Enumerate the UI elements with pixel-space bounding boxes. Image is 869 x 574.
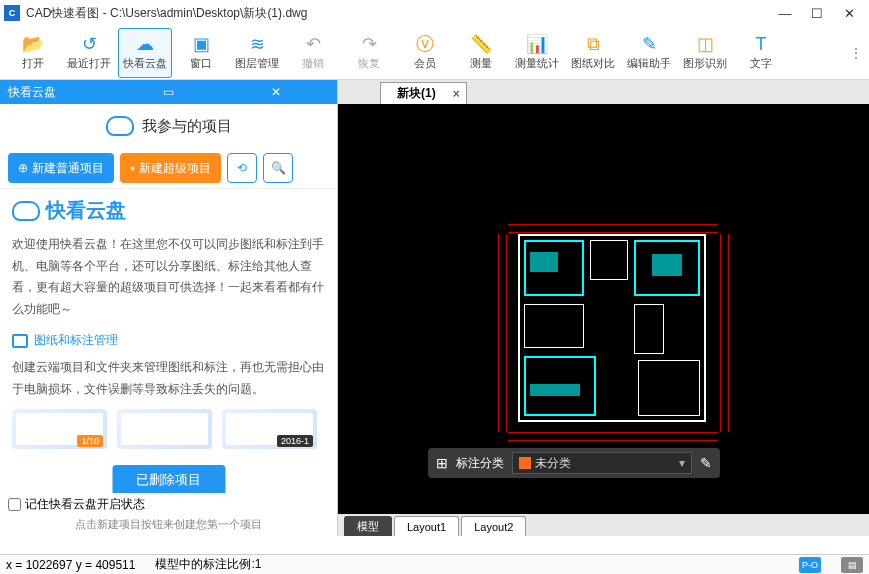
minimize-button[interactable]: — — [769, 2, 801, 24]
status-grid-button[interactable]: ▤ — [841, 557, 863, 573]
coords-label: x = 1022697 y = 409511 — [6, 558, 135, 572]
cloud-outline-icon — [106, 116, 134, 136]
recent-button[interactable]: ↺最近打开 — [62, 28, 116, 78]
dropdown-arrow-icon: ▾ — [679, 456, 685, 470]
thumbnail-3: 2016-1 — [222, 409, 317, 449]
tab-layout2[interactable]: Layout2 — [461, 516, 526, 536]
stats-icon: 📊 — [525, 34, 549, 54]
search-button[interactable]: 🔍 — [263, 153, 293, 183]
text-icon: T — [749, 34, 773, 54]
layers-icon: ≋ — [245, 34, 269, 54]
floor-plan — [518, 234, 708, 424]
maximize-button[interactable]: ☐ — [801, 2, 833, 24]
category-select[interactable]: 未分类 ▾ — [512, 452, 692, 474]
window-icon: ▣ — [189, 34, 213, 54]
hint-text: 点击新建项目按钮来创建您第一个项目 — [0, 515, 337, 536]
cloud-button[interactable]: ☁快看云盘 — [118, 28, 172, 78]
text-button[interactable]: T文字 — [734, 28, 788, 78]
measure-button[interactable]: 📏测量 — [454, 28, 508, 78]
layout-tabs: 模型 Layout1 Layout2 — [338, 514, 869, 536]
ruler-icon: 📏 — [469, 34, 493, 54]
remember-checkbox[interactable] — [8, 498, 21, 511]
tab-layout1[interactable]: Layout1 — [394, 516, 459, 536]
recognize-button[interactable]: ◫图形识别 — [678, 28, 732, 78]
panel-min-icon[interactable]: ▭ — [115, 85, 222, 99]
drawing-viewport[interactable]: ⊞ 标注分类 未分类 ▾ ✎ — [338, 104, 869, 514]
clock-icon: ↺ — [77, 34, 101, 54]
panel-header: 快看云盘 ▭ ✕ — [0, 80, 337, 104]
doc-icon — [12, 334, 28, 348]
undo-icon: ↶ — [301, 34, 325, 54]
vip-button[interactable]: ⓥ会员 — [398, 28, 452, 78]
grid-icon[interactable]: ⊞ — [436, 455, 448, 471]
section-title: 图纸和标注管理 — [34, 332, 118, 349]
editor-button[interactable]: ✎编辑助手 — [622, 28, 676, 78]
compare-button[interactable]: ⧉图纸对比 — [566, 28, 620, 78]
deleted-projects-button[interactable]: 已删除项目 — [112, 465, 225, 493]
stats-button[interactable]: 📊测量统计 — [510, 28, 564, 78]
tab-close-icon[interactable]: × — [453, 87, 460, 101]
folder-icon: 📂 — [21, 34, 45, 54]
redo-icon: ↷ — [357, 34, 381, 54]
annotation-bar: ⊞ 标注分类 未分类 ▾ ✎ — [428, 448, 720, 478]
open-button[interactable]: 📂打开 — [6, 28, 60, 78]
my-projects-label: 我参与的项目 — [142, 117, 232, 136]
refresh-button[interactable]: ⟲ — [227, 153, 257, 183]
canvas-area: 新块(1)× ⊞ 标注分类 未分类 ▾ ✎ — [338, 80, 869, 536]
toolbar-more[interactable]: ⋮ — [849, 45, 863, 61]
edit-icon: ✎ — [637, 34, 661, 54]
layers-button[interactable]: ≋图层管理 — [230, 28, 284, 78]
sidebar: 快看云盘 ▭ ✕ 我参与的项目 ⊕ 新建普通项目 ⭑ 新建超级项目 ⟲ 🔍 快看… — [0, 80, 338, 536]
status-bar: x = 1022697 y = 409511 模型中的标注比例:1 P-O ▤ — [0, 554, 869, 574]
thumbnail-1: 1/10 — [12, 409, 107, 449]
remember-label: 记住快看云盘开启状态 — [25, 496, 145, 513]
panel-title: 快看云盘 — [8, 84, 115, 101]
tab-model[interactable]: 模型 — [344, 516, 392, 536]
main-toolbar: 📂打开 ↺最近打开 ☁快看云盘 ▣窗口 ≋图层管理 ↶撤销 ↷恢复 ⓥ会员 📏测… — [0, 26, 869, 80]
welcome-text: 欢迎使用快看云盘！在这里您不仅可以同步图纸和标注到手机、电脑等各个平台，还可以分… — [12, 234, 325, 320]
window-button[interactable]: ▣窗口 — [174, 28, 228, 78]
redo-button[interactable]: ↷恢复 — [342, 28, 396, 78]
status-po-button[interactable]: P-O — [799, 557, 821, 573]
brand-title: 快看云盘 — [46, 197, 126, 224]
thumbnail-2 — [117, 409, 212, 449]
section-desc: 创建云端项目和文件夹来管理图纸和标注，再也无需担心由于电脑损坏，文件误删等导致标… — [12, 357, 325, 400]
shape-icon: ◫ — [693, 34, 717, 54]
color-swatch — [519, 457, 531, 469]
new-normal-project-button[interactable]: ⊕ 新建普通项目 — [8, 153, 114, 183]
cloud-icon: ☁ — [133, 34, 157, 54]
file-tab[interactable]: 新块(1)× — [380, 82, 467, 104]
compare-icon: ⧉ — [581, 34, 605, 54]
close-button[interactable]: ✕ — [833, 2, 865, 24]
new-super-project-button[interactable]: ⭑ 新建超级项目 — [120, 153, 221, 183]
window-title: CAD快速看图 - C:\Users\admin\Desktop\新块(1).d… — [26, 5, 769, 22]
edit-category-icon[interactable]: ✎ — [700, 455, 712, 471]
brand-cloud-icon — [12, 201, 40, 221]
scale-label: 模型中的标注比例:1 — [155, 556, 261, 573]
annot-label: 标注分类 — [456, 455, 504, 472]
vip-icon: ⓥ — [413, 34, 437, 54]
panel-close-icon[interactable]: ✕ — [222, 85, 329, 99]
undo-button[interactable]: ↶撤销 — [286, 28, 340, 78]
app-icon: C — [4, 5, 20, 21]
